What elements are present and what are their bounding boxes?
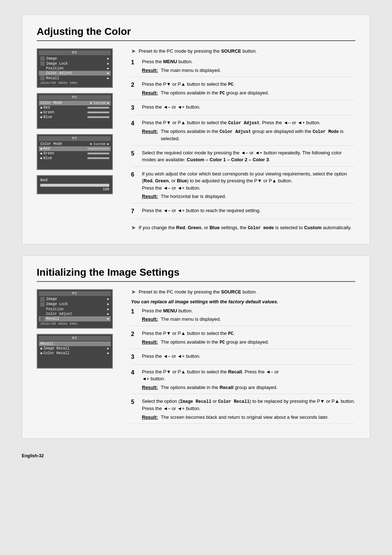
s2-s1-bottom: 1024x768 48kHz 59Hz xyxy=(39,321,111,327)
section2-screen1-mockup: PC Image ▶ Image Lock ▶ Position ▶ xyxy=(37,289,113,329)
section1-content: PC Image ▶ Image Lock ▶ Position ▶ xyxy=(37,48,355,233)
screen1-row-image: Image ▶ xyxy=(39,56,111,61)
s2-step-item-3: 3 Press the ◄– or ◄+ button. xyxy=(131,353,355,365)
s2-s1-row-recall: Recall ▶ xyxy=(39,316,111,321)
step-item-4: 4 Press the P▼ or P▲ button to select th… xyxy=(131,119,355,146)
icon-s2-recall xyxy=(40,317,45,321)
section2-steps: 1 Press the MENU button. Result: The mai… xyxy=(131,307,355,424)
s2-step2-result: Result: The options available in the PC … xyxy=(142,339,355,346)
icon-s2-image xyxy=(40,297,45,301)
screen4-value: 100 xyxy=(40,187,109,191)
footer: English-32 xyxy=(22,450,370,462)
screen2-header: PC xyxy=(39,95,111,100)
section-adjusting-color: Adjusting the Color PC Image ▶ Image Loc… xyxy=(22,15,370,244)
section2-left: PC Image ▶ Image Lock ▶ Position ▶ xyxy=(37,289,120,428)
step-item-2: 2 Press the P▼ or P▲ button to select th… xyxy=(131,81,355,100)
icon-imagelock xyxy=(40,61,45,66)
preset-arrow-icon: ➤ xyxy=(131,48,136,54)
s2-step-item-4: 4 Press the P▼ or P▲ button to select th… xyxy=(131,368,355,394)
section1-preset-note: ➤ Preset to the PC mode by pressing the … xyxy=(131,48,355,54)
s2-s1-row-image: Image ▶ xyxy=(39,297,111,302)
s2-step-item-2: 2 Press the P▼ or P▲ button to select th… xyxy=(131,330,355,349)
s2-s1-row-coloradjust: Color Adjust ▶ xyxy=(39,312,111,316)
screen2-green: ◉ Green xyxy=(39,110,111,115)
step-item-5: 5 Select the required color mode by pres… xyxy=(131,149,355,167)
s2-s2-recall-title: Recall xyxy=(39,341,111,346)
step-item-6: 6 If you wish adjust the color which bes… xyxy=(131,170,355,203)
section2-title: Initializing the Image Settings xyxy=(37,267,355,282)
step6-result: Result: The horizontal bar is displayed. xyxy=(142,193,355,200)
s2-s1-row-position: Position ▶ xyxy=(39,307,111,312)
screen4-mockup: Red 100 xyxy=(37,175,113,194)
section-initializing: Initializing the Image Settings PC Image… xyxy=(22,255,370,439)
s2-step1-result: Result: The main menu is displayed. xyxy=(142,316,355,323)
screen1-bottom: 1024x768 48kHz 59Hz xyxy=(39,81,111,86)
screen3-colormode: Color Mode ◄ Custom ▶ xyxy=(39,142,111,146)
screen1-row-coloradjust: Color Adjust ▶ xyxy=(39,71,111,76)
screen2-mockup: PC Color Mode ◄ Custom ▶ ◉ Red ◉ Green xyxy=(37,93,113,129)
screen1-row-position: Position ▶ xyxy=(39,66,111,71)
screen1-row-imagelock: Image Lock ▶ xyxy=(39,61,111,66)
icon-s2-imagelock xyxy=(40,302,45,307)
screen1-mockup: PC Image ▶ Image Lock ▶ Position ▶ xyxy=(37,48,113,88)
screen3-blue: ◉ Blue xyxy=(39,156,111,161)
s2-step-item-5: 5 Select the option (Image Recall or Col… xyxy=(131,398,355,424)
section1-left: PC Image ▶ Image Lock ▶ Position ▶ xyxy=(37,48,120,233)
page: Adjusting the Color PC Image ▶ Image Loc… xyxy=(0,0,392,555)
s2-step5-result: Result: The screen becomes black and ret… xyxy=(142,414,355,421)
screen3-header: PC xyxy=(39,136,111,141)
screen4-red-label: Red xyxy=(40,178,48,182)
screen4-slider-track xyxy=(40,184,109,187)
section1-steps: 1 Press the MENU button. Result: The mai… xyxy=(131,58,355,219)
s2-step-item-1: 1 Press the MENU button. Result: The mai… xyxy=(131,307,355,326)
footer-text: English-32 xyxy=(22,453,44,458)
screen4-label-row: Red xyxy=(40,178,109,182)
s2-step4-result: Result: The options available in the Rec… xyxy=(142,384,355,391)
s2-s1-row-imagelock: Image Lock ▶ xyxy=(39,302,111,307)
bottom-note-arrow-icon: ➤ xyxy=(131,224,136,231)
section2-right: ➤ Preset to the PC mode by pressing the … xyxy=(131,289,355,428)
step-item-1: 1 Press the MENU button. Result: The mai… xyxy=(131,58,355,77)
section1-right: ➤ Preset to the PC mode by pressing the … xyxy=(131,48,355,233)
section1-bottom-note: ➤ If you change the Red, Green, or Blue … xyxy=(131,223,355,233)
section2-italic-note: You can replace all image settings with … xyxy=(131,299,355,304)
screen3-green: ◉ Green xyxy=(39,151,111,156)
section2-screen1-header: PC xyxy=(39,291,111,296)
section2-preset-note: ➤ Preset to the PC mode by pressing the … xyxy=(131,289,355,295)
screen1-header: PC xyxy=(39,50,111,55)
section2-screen2-header: PC xyxy=(39,336,111,341)
section2-content: PC Image ▶ Image Lock ▶ Position ▶ xyxy=(37,289,355,428)
icon-recall xyxy=(40,76,45,80)
screen2-red: ◉ Red xyxy=(39,105,111,110)
screen3-red: ◉ Red xyxy=(39,146,111,151)
s2-s2-imagerecall: ◉ Image Recall ▶ xyxy=(39,346,111,351)
screen3-mockup: PC Color Mode ◄ Custom ▶ ◉ Red ◉ Green xyxy=(37,134,113,170)
screen2-colormode: Color Mode ◄ Custom ▶ xyxy=(39,101,111,105)
screen2-blue: ◉ Blue xyxy=(39,115,111,119)
step1-result: Result: The main menu is displayed. xyxy=(142,67,355,74)
section2-screen2-mockup: PC Recall ◉ Image Recall ▶ ◉ Color Recal… xyxy=(37,334,113,369)
screen1-row-recall: Recall ▶ xyxy=(39,76,111,81)
step4-result: Result: The options available in the Col… xyxy=(142,128,355,142)
s2-s2-colorrecall: ◉ Color Recall ▶ xyxy=(39,351,111,356)
section1-title: Adjusting the Color xyxy=(37,26,355,41)
s2-preset-arrow-icon: ➤ xyxy=(131,288,136,295)
icon-image xyxy=(40,56,45,61)
step2-result: Result: The options available in the PC … xyxy=(142,89,355,97)
step-item-3: 3 Press the ◄– or ◄+ button. xyxy=(131,104,355,116)
screen4-slider-fill xyxy=(40,184,109,187)
step-item-7: 7 Press the ◄– or ◄+ button to reach the… xyxy=(131,207,355,219)
